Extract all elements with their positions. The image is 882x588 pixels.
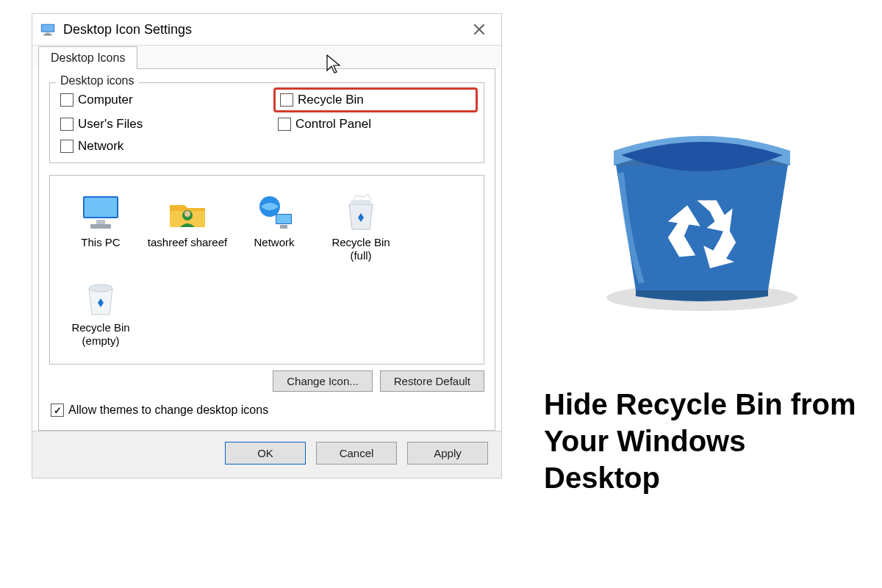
checkbox-control-panel[interactable]: Control Panel [278, 117, 473, 132]
icon-recycle-bin-full[interactable]: Recycle Bin (full) [318, 187, 404, 273]
checkbox-computer[interactable]: Computer [60, 90, 256, 110]
recycle-bin-illustration-icon [584, 92, 820, 312]
close-button[interactable] [463, 17, 495, 42]
svg-rect-6 [96, 220, 105, 224]
svg-point-14 [89, 284, 112, 292]
checkbox-icon [280, 93, 293, 107]
checkbox-network[interactable]: Network [60, 139, 256, 154]
checkbox-label: User's Files [78, 117, 143, 132]
icon-label: This PC [60, 236, 141, 249]
titlebar: Desktop Icon Settings [32, 14, 501, 45]
svg-point-9 [184, 211, 190, 217]
dialog-title: Desktop Icon Settings [63, 22, 463, 37]
cancel-button[interactable]: Cancel [316, 442, 397, 465]
desktop-icons-group: Desktop icons Computer Recycle Bin User'… [49, 82, 484, 163]
tab-content: Desktop icons Computer Recycle Bin User'… [38, 68, 495, 431]
checkbox-icon [60, 140, 74, 153]
group-label: Desktop icons [56, 74, 139, 87]
dialog-footer: OK Cancel Apply [32, 431, 501, 478]
svg-rect-5 [85, 198, 117, 217]
svg-rect-2 [46, 33, 50, 35]
apply-button[interactable]: Apply [407, 442, 488, 465]
checkbox-icon [51, 404, 64, 417]
svg-rect-13 [280, 225, 287, 229]
checkbox-users-files[interactable]: User's Files [60, 117, 256, 132]
icon-recycle-bin-empty[interactable]: Recycle Bin (empty) [57, 273, 144, 358]
checkbox-allow-themes[interactable]: Allow themes to change desktop icons [51, 404, 484, 417]
icon-label: Recycle Bin (full) [320, 236, 401, 262]
checkbox-label: Allow themes to change desktop icons [68, 404, 268, 417]
pc-icon [60, 192, 141, 233]
desktop-icon-settings-dialog: Desktop Icon Settings Desktop Icons Desk… [32, 13, 502, 478]
restore-default-button[interactable]: Restore Default [380, 370, 484, 392]
checkbox-label: Recycle Bin [298, 93, 364, 107]
checkbox-label: Network [78, 139, 123, 154]
icon-label: tashreef shareef [147, 236, 228, 249]
icon-user-folder[interactable]: tashreef shareef [144, 187, 231, 273]
change-icon-button[interactable]: Change Icon... [273, 370, 373, 392]
checkbox-icon [60, 93, 74, 107]
checkbox-icon [60, 118, 74, 131]
ok-button[interactable]: OK [225, 442, 306, 465]
article-headline: Hide Recycle Bin from Your Windows Deskt… [544, 386, 860, 496]
article-side: Hide Recycle Bin from Your Windows Deskt… [544, 92, 860, 496]
icon-label: Network [234, 236, 315, 249]
checkbox-label: Control Panel [295, 117, 371, 132]
icon-preview-panel: This PC tashreef shareef [49, 175, 484, 365]
icon-network[interactable]: Network [231, 187, 318, 273]
svg-rect-1 [42, 25, 54, 32]
tab-strip: Desktop Icons [32, 45, 501, 68]
svg-rect-3 [44, 34, 52, 35]
network-icon [234, 192, 315, 233]
checkbox-label: Computer [78, 93, 133, 107]
icon-label: Recycle Bin (empty) [60, 321, 141, 348]
icon-this-pc[interactable]: This PC [57, 187, 144, 273]
recycle-full-icon [320, 192, 401, 233]
tab-desktop-icons[interactable]: Desktop Icons [38, 46, 137, 69]
desktop-settings-icon [40, 21, 56, 37]
recycle-empty-icon [60, 277, 141, 318]
svg-rect-12 [276, 215, 291, 223]
svg-rect-7 [90, 224, 111, 229]
userfolder-icon [147, 192, 228, 233]
checkbox-icon [278, 118, 291, 131]
checkbox-recycle-bin[interactable]: Recycle Bin [273, 87, 478, 112]
